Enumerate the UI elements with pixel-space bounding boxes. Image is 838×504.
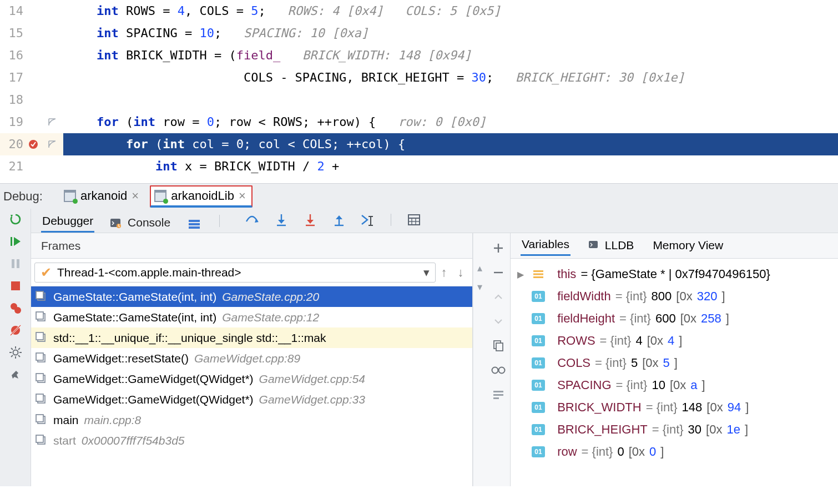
variable-row[interactable]: 01 fieldHeight = {int} 600 [0x258]: [517, 308, 838, 330]
tab-console[interactable]: Console: [109, 214, 171, 233]
fold-handle-icon[interactable]: [41, 111, 63, 133]
svg-rect-2: [12, 259, 14, 268]
prev-frame-button[interactable]: ↑: [436, 265, 452, 280]
variable-row[interactable]: 01 BRICK_WIDTH = {int} 148 [0x94]: [517, 396, 838, 419]
chevron-down-icon: ▾: [423, 266, 430, 279]
frame-icon: [36, 352, 48, 365]
variable-name: SPACING: [557, 378, 611, 392]
resume-button[interactable]: [7, 233, 24, 250]
svg-rect-39: [36, 291, 43, 299]
code-line[interactable]: 15 int SPACING = 10; SPACING: 10 [0xa]: [0, 22, 838, 44]
variables-list[interactable]: ▶ this = {GameState * | 0x7f9470496150}0…: [511, 259, 838, 463]
expand-arrow-icon[interactable]: ▶: [517, 269, 527, 280]
code-line[interactable]: 18: [0, 89, 838, 111]
tab-lldb[interactable]: LLDB: [587, 236, 635, 255]
nav-up-button[interactable]: [490, 289, 507, 305]
svg-rect-67: [533, 276, 543, 278]
step-over-button[interactable]: [244, 211, 261, 228]
variable-row[interactable]: 01 row = {int} 0 [0x0]: [517, 441, 838, 463]
close-icon[interactable]: ×: [239, 189, 246, 203]
pin-button[interactable]: [7, 366, 24, 383]
tab-variables[interactable]: Variables: [521, 235, 571, 256]
stack-frame[interactable]: GameState::GameState(int, int) GameState…: [31, 307, 472, 327]
watches-glasses-icon[interactable]: [490, 362, 507, 379]
svg-rect-1: [11, 237, 12, 246]
mute-breakpoints-button[interactable]: [7, 322, 24, 339]
add-watch-button[interactable]: [490, 240, 507, 256]
variable-name: fieldHeight: [557, 311, 615, 326]
svg-rect-43: [36, 332, 43, 340]
svg-rect-66: [533, 274, 543, 275]
code-line[interactable]: 16 int BRICK_WIDTH = (field_ BRICK_WIDTH…: [0, 44, 838, 67]
code-line[interactable]: 17 COLS - SPACING, BRICK_HEIGHT = 30; BR…: [0, 67, 838, 89]
tab-memory-view[interactable]: Memory View: [652, 236, 724, 255]
gutter-fold[interactable]: [41, 0, 63, 22]
variable-value: 30: [688, 422, 701, 437]
scroll-up-icon[interactable]: ▴: [477, 262, 482, 274]
fold-handle-icon[interactable]: [41, 133, 63, 155]
thread-selector[interactable]: ✔ Thread-1-<com.apple.main-thread> ▾: [34, 263, 436, 283]
debug-config-tab-arkanoidlib[interactable]: arkanoidLib ×: [150, 185, 253, 208]
code-text[interactable]: int ROWS = 4, COLS = 5; ROWS: 4 [0x4] CO…: [63, 0, 838, 22]
variable-row[interactable]: 01 fieldWidth = {int} 800 [0x320]: [517, 285, 838, 308]
variable-row[interactable]: ▶ this = {GameState * | 0x7f9470496150}: [517, 263, 838, 285]
variables-pane: Variables LLDB Memory View ▶ this = {Gam…: [511, 233, 838, 486]
variable-row[interactable]: 01 BRICK_HEIGHT = {int} 30 [0x1e]: [517, 419, 838, 441]
debugger-panel: Debugger Console Frames: [0, 209, 838, 486]
next-frame-button[interactable]: ↓: [452, 265, 469, 280]
console-icon: [588, 239, 598, 251]
primitive-badge: 01: [532, 291, 545, 302]
stack-frame[interactable]: start 0x00007fff7f54b3d5: [31, 430, 472, 451]
code-line[interactable]: 21 int x = BRICK_WIDTH / 2 +: [0, 155, 838, 178]
frame-function: std::__1::__unique_if::__unique_single s…: [53, 331, 326, 345]
stack-frame[interactable]: GameWidget::GameWidget(QWidget*) GameWid…: [31, 369, 472, 389]
frame-list[interactable]: GameState::GameState(int, int) GameState…: [31, 286, 472, 486]
stack-frame[interactable]: GameWidget::resetState() GameWidget.cpp:…: [31, 348, 472, 369]
stack-frame[interactable]: GameState::GameState(int, int) GameState…: [31, 286, 472, 307]
frame-location: GameState.cpp:12: [222, 311, 319, 324]
pause-button[interactable]: [7, 255, 24, 272]
scroll-down-icon[interactable]: ▾: [477, 281, 482, 293]
svg-rect-3: [17, 259, 19, 268]
stack-frame[interactable]: GameWidget::GameWidget(QWidget*) GameWid…: [31, 389, 472, 410]
frame-icon: [36, 373, 48, 385]
layout-settings-icon[interactable]: [490, 386, 507, 403]
code-line[interactable]: 14 int ROWS = 4, COLS = 5; ROWS: 4 [0x4]…: [0, 0, 838, 22]
threads-view-icon[interactable]: [186, 216, 203, 233]
frame-icon: [36, 435, 48, 447]
object-icon: [532, 269, 545, 280]
step-into-button[interactable]: [273, 211, 290, 228]
run-to-cursor-button[interactable]: [360, 211, 376, 228]
step-out-button[interactable]: [331, 211, 347, 228]
primitive-badge: 01: [532, 313, 545, 324]
evaluate-expression-button[interactable]: [406, 211, 422, 228]
nav-down-button[interactable]: [490, 313, 507, 330]
variable-name: BRICK_HEIGHT: [557, 422, 648, 437]
view-breakpoints-button[interactable]: [7, 300, 24, 316]
frame-location: GameWidget.cpp:33: [259, 393, 365, 406]
stack-frame[interactable]: main main.cpp:8: [31, 410, 472, 430]
code-line[interactable]: 19 for (int row = 0; row < ROWS; ++row) …: [0, 111, 838, 133]
rerun-button[interactable]: [7, 211, 24, 228]
remove-watch-button[interactable]: [490, 264, 507, 281]
variable-name: BRICK_WIDTH: [557, 400, 642, 415]
code-line-current[interactable]: 20 for (int col = 0; col < COLS; ++col) …: [0, 133, 838, 155]
variable-row[interactable]: 01 ROWS = {int} 4 [0x4]: [517, 330, 838, 352]
thread-selector-row: ✔ Thread-1-<com.apple.main-thread> ▾ ↑ ↓: [31, 259, 472, 286]
gutter-marks[interactable]: [26, 0, 41, 22]
close-icon[interactable]: ×: [132, 189, 139, 203]
breakpoint-icon[interactable]: [26, 133, 41, 155]
settings-button[interactable]: [7, 344, 24, 361]
variable-row[interactable]: 01 COLS = {int} 5 [0x5]: [517, 352, 838, 374]
frame-function: start: [53, 434, 76, 447]
debug-config-tab-arkanoid[interactable]: arkanoid ×: [60, 187, 144, 206]
tab-debugger[interactable]: Debugger: [41, 212, 94, 233]
code-editor[interactable]: 14 int ROWS = 4, COLS = 5; ROWS: 4 [0x4]…: [0, 0, 838, 183]
frames-scrollbar[interactable]: ▴ ▾: [473, 233, 486, 486]
variable-row[interactable]: 01 SPACING = {int} 10 [0xa]: [517, 374, 838, 396]
stop-button[interactable]: [7, 278, 24, 294]
stack-frame[interactable]: std::__1::__unique_if::__unique_single s…: [31, 327, 472, 348]
variables-tabs: Variables LLDB Memory View: [511, 233, 838, 259]
copy-button[interactable]: [490, 337, 507, 354]
force-step-into-button[interactable]: [302, 211, 319, 228]
